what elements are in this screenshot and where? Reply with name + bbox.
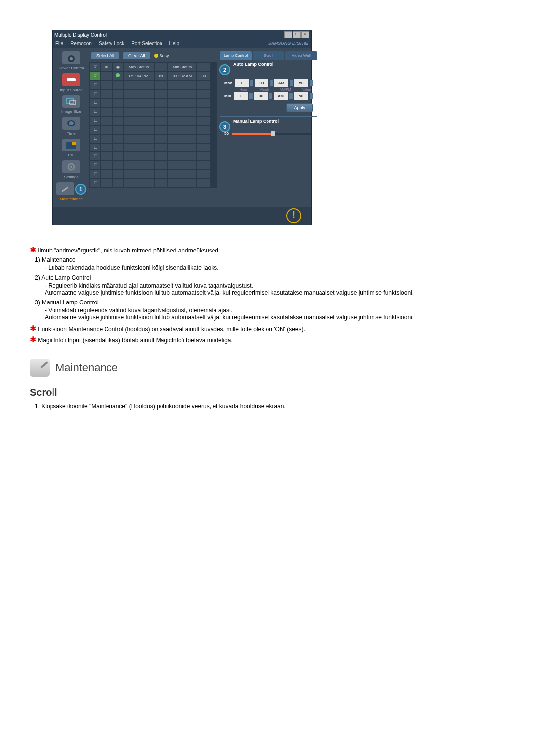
pip-icon[interactable] <box>62 139 80 151</box>
dropdown-icon[interactable] <box>289 93 293 99</box>
auto-lamp-group: 2 Auto Lamp Control Max. Hour Minute <box>220 65 317 117</box>
maximize-button[interactable]: □ <box>293 31 301 38</box>
min-value-input[interactable] <box>294 92 308 100</box>
power-control-icon[interactable] <box>62 51 80 64</box>
select-all-button[interactable]: Select All <box>91 52 119 59</box>
menu-port-selection[interactable]: Port Selection <box>131 41 162 46</box>
dropdown-icon[interactable] <box>310 93 313 99</box>
footer-bar: ! <box>53 207 311 225</box>
brand-logo: SAMSUNG DIGITall <box>268 41 308 46</box>
window-controls: _ □ × <box>284 31 309 38</box>
app-window: Multiple Display Control _ □ × File Remo… <box>52 30 312 225</box>
header-min-val <box>197 63 211 72</box>
right-tabs: Lamp Control Scroll Video Wall <box>220 51 317 60</box>
warning-icon: ! <box>286 208 301 223</box>
busy-indicator: Busy <box>154 53 169 58</box>
max-ampm-input[interactable] <box>274 79 288 87</box>
min-ampm-input[interactable] <box>274 92 288 100</box>
dropdown-icon[interactable] <box>270 80 273 86</box>
minimize-button[interactable]: _ <box>284 31 292 38</box>
auto-lamp-title: Auto Lamp Control <box>231 62 276 67</box>
callout-1: 1 <box>75 184 86 195</box>
sidebar-label-pip: PIP <box>68 153 75 157</box>
cell-min-time: 03 : 02 AM <box>168 72 197 81</box>
header-checkbox[interactable]: ☑ <box>90 63 101 72</box>
sidebar-label-input: Input Source <box>60 88 82 92</box>
scroll-heading: Scroll <box>30 387 505 398</box>
sidebar-label-time: Time <box>67 131 75 136</box>
table-row[interactable]: ☐ <box>90 81 211 90</box>
table-row[interactable]: ☐ <box>90 99 211 107</box>
min-hour-input[interactable] <box>234 92 248 100</box>
callout-2: 2 <box>219 64 230 75</box>
dropdown-icon[interactable] <box>310 80 313 86</box>
manual-lamp-title: Manual Lamp Control <box>231 119 281 124</box>
table-row[interactable]: ☐ <box>90 107 211 116</box>
input-source-icon[interactable] <box>62 73 80 86</box>
window-title: Multiple Display Control <box>54 32 107 38</box>
tab-video-wall[interactable]: Video Wall <box>285 51 317 60</box>
table-row[interactable]: ☐ <box>90 179 211 188</box>
max-value-input[interactable] <box>294 79 308 87</box>
sidebar-label-maintenance: Maintenance <box>60 197 83 201</box>
table-row[interactable]: ☑ 0 05 : 04 PM 60 03 : 02 AM 80 <box>90 72 211 81</box>
svg-rect-11 <box>62 187 68 192</box>
sidebar: Power Control Input Source Image Size Ti… <box>56 51 86 203</box>
max-minute-input[interactable] <box>255 79 268 87</box>
tab-scroll[interactable]: Scroll <box>253 51 284 60</box>
grid-scrollbar[interactable] <box>211 62 217 188</box>
header-max-status: Max Status <box>123 63 154 72</box>
cell-min-val: 80 <box>197 72 211 81</box>
header-max-val <box>154 63 168 72</box>
menu-remocon[interactable]: Remocon <box>70 41 92 46</box>
maintenance-icon[interactable] <box>56 182 74 195</box>
close-button[interactable]: × <box>301 31 309 38</box>
row-checkbox[interactable]: ☑ <box>90 72 101 81</box>
min-row: Min. <box>224 92 313 100</box>
gear-icon <box>66 163 76 171</box>
value-mini-label: Value <box>300 88 313 91</box>
time-icon[interactable] <box>62 117 80 130</box>
dropdown-icon[interactable] <box>250 80 253 86</box>
menu-safety-lock[interactable]: Safety Lock <box>99 41 124 46</box>
dropdown-icon[interactable] <box>269 93 273 99</box>
dropdown-icon[interactable] <box>249 93 253 99</box>
table-row[interactable]: ☐ <box>90 152 211 161</box>
table-row[interactable]: ☐ <box>90 161 211 170</box>
slider-thumb[interactable] <box>271 131 275 136</box>
menu-file[interactable]: File <box>55 41 63 46</box>
min-minute-input[interactable] <box>254 92 268 100</box>
main-area: Power Control Input Source Image Size Ti… <box>53 48 311 207</box>
sidebar-label-settings: Settings <box>64 175 79 179</box>
table-row[interactable]: ☐ <box>90 116 211 125</box>
table-row[interactable]: ☐ <box>90 170 211 179</box>
table-row[interactable]: ☐ <box>90 134 211 143</box>
manual-slider[interactable] <box>232 133 311 135</box>
svg-point-6 <box>69 121 74 125</box>
item3-desc: - Võimaldab reguleerida valitud kuva tag… <box>45 307 505 321</box>
intro-text: Ilmub "andmevõrgustik", mis kuvab mitmed… <box>38 247 220 254</box>
wrench-icon <box>30 359 50 377</box>
table-row[interactable]: ☐ <box>90 90 211 99</box>
svg-rect-3 <box>67 99 74 103</box>
dropdown-icon[interactable] <box>290 80 293 86</box>
slider-fill <box>232 133 271 135</box>
max-hour-input[interactable] <box>235 79 249 87</box>
svg-point-1 <box>70 57 73 60</box>
apply-button[interactable]: Apply <box>286 103 313 112</box>
tab-lamp-control[interactable]: Lamp Control <box>220 51 252 60</box>
cell-max-time: 05 : 04 PM <box>123 72 154 81</box>
star-icon: ✱ <box>30 335 36 344</box>
hour-mini-label: Hour <box>237 88 250 91</box>
image-size-icon[interactable] <box>62 95 80 108</box>
table-row[interactable]: ☐ <box>90 125 211 134</box>
busy-dot-icon <box>154 54 158 58</box>
max-label: Max. <box>224 81 233 85</box>
crop-icon <box>66 98 77 105</box>
clear-all-button[interactable]: Clear All <box>123 52 150 59</box>
note1: Funktsioon Maintenance Control (hooldus)… <box>38 326 305 333</box>
menu-help[interactable]: Help <box>169 41 179 46</box>
document-body: ✱ Ilmub "andmevõrgustik", mis kuvab mitm… <box>30 245 505 410</box>
table-row[interactable]: ☐ <box>90 143 211 152</box>
settings-icon[interactable] <box>62 160 80 173</box>
